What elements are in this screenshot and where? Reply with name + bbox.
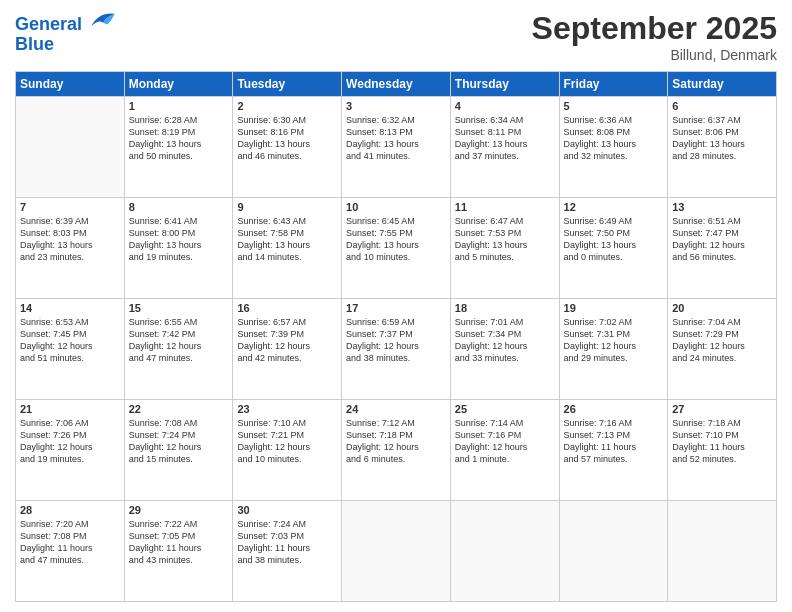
day-number: 14	[20, 302, 120, 314]
header: General Blue September 2025 Billund, Den…	[15, 10, 777, 63]
calendar-cell	[450, 501, 559, 602]
day-number: 22	[129, 403, 229, 415]
calendar-cell: 15Sunrise: 6:55 AM Sunset: 7:42 PM Dayli…	[124, 299, 233, 400]
day-number: 13	[672, 201, 772, 213]
day-number: 8	[129, 201, 229, 213]
calendar-week-row-5: 28Sunrise: 7:20 AM Sunset: 7:08 PM Dayli…	[16, 501, 777, 602]
page: General Blue September 2025 Billund, Den…	[0, 0, 792, 612]
day-number: 21	[20, 403, 120, 415]
calendar-cell: 30Sunrise: 7:24 AM Sunset: 7:03 PM Dayli…	[233, 501, 342, 602]
day-info: Sunrise: 6:47 AM Sunset: 7:53 PM Dayligh…	[455, 215, 555, 264]
calendar-cell	[342, 501, 451, 602]
calendar-cell: 25Sunrise: 7:14 AM Sunset: 7:16 PM Dayli…	[450, 400, 559, 501]
day-number: 1	[129, 100, 229, 112]
day-number: 28	[20, 504, 120, 516]
calendar-week-row-3: 14Sunrise: 6:53 AM Sunset: 7:45 PM Dayli…	[16, 299, 777, 400]
calendar-week-row-2: 7Sunrise: 6:39 AM Sunset: 8:03 PM Daylig…	[16, 198, 777, 299]
day-number: 19	[564, 302, 664, 314]
calendar-week-row-1: 1Sunrise: 6:28 AM Sunset: 8:19 PM Daylig…	[16, 97, 777, 198]
calendar-cell: 11Sunrise: 6:47 AM Sunset: 7:53 PM Dayli…	[450, 198, 559, 299]
day-info: Sunrise: 6:53 AM Sunset: 7:45 PM Dayligh…	[20, 316, 120, 365]
calendar-cell	[668, 501, 777, 602]
weekday-header-wednesday: Wednesday	[342, 72, 451, 97]
day-info: Sunrise: 6:43 AM Sunset: 7:58 PM Dayligh…	[237, 215, 337, 264]
calendar-week-row-4: 21Sunrise: 7:06 AM Sunset: 7:26 PM Dayli…	[16, 400, 777, 501]
logo: General Blue	[15, 10, 117, 55]
calendar-cell: 9Sunrise: 6:43 AM Sunset: 7:58 PM Daylig…	[233, 198, 342, 299]
day-info: Sunrise: 6:30 AM Sunset: 8:16 PM Dayligh…	[237, 114, 337, 163]
day-info: Sunrise: 6:37 AM Sunset: 8:06 PM Dayligh…	[672, 114, 772, 163]
day-info: Sunrise: 6:32 AM Sunset: 8:13 PM Dayligh…	[346, 114, 446, 163]
calendar-cell: 28Sunrise: 7:20 AM Sunset: 7:08 PM Dayli…	[16, 501, 125, 602]
day-number: 27	[672, 403, 772, 415]
subtitle: Billund, Denmark	[532, 47, 777, 63]
day-number: 25	[455, 403, 555, 415]
weekday-header-thursday: Thursday	[450, 72, 559, 97]
calendar-cell: 1Sunrise: 6:28 AM Sunset: 8:19 PM Daylig…	[124, 97, 233, 198]
calendar-cell: 6Sunrise: 6:37 AM Sunset: 8:06 PM Daylig…	[668, 97, 777, 198]
day-number: 16	[237, 302, 337, 314]
calendar-cell: 4Sunrise: 6:34 AM Sunset: 8:11 PM Daylig…	[450, 97, 559, 198]
day-number: 2	[237, 100, 337, 112]
day-number: 26	[564, 403, 664, 415]
day-info: Sunrise: 6:49 AM Sunset: 7:50 PM Dayligh…	[564, 215, 664, 264]
weekday-header-saturday: Saturday	[668, 72, 777, 97]
day-info: Sunrise: 6:55 AM Sunset: 7:42 PM Dayligh…	[129, 316, 229, 365]
day-info: Sunrise: 7:06 AM Sunset: 7:26 PM Dayligh…	[20, 417, 120, 466]
calendar-cell: 17Sunrise: 6:59 AM Sunset: 7:37 PM Dayli…	[342, 299, 451, 400]
day-number: 3	[346, 100, 446, 112]
logo-bird-icon	[89, 10, 117, 30]
day-info: Sunrise: 7:10 AM Sunset: 7:21 PM Dayligh…	[237, 417, 337, 466]
day-info: Sunrise: 7:01 AM Sunset: 7:34 PM Dayligh…	[455, 316, 555, 365]
day-info: Sunrise: 7:20 AM Sunset: 7:08 PM Dayligh…	[20, 518, 120, 567]
day-info: Sunrise: 7:12 AM Sunset: 7:18 PM Dayligh…	[346, 417, 446, 466]
day-info: Sunrise: 6:34 AM Sunset: 8:11 PM Dayligh…	[455, 114, 555, 163]
day-number: 23	[237, 403, 337, 415]
day-info: Sunrise: 6:39 AM Sunset: 8:03 PM Dayligh…	[20, 215, 120, 264]
calendar-cell: 8Sunrise: 6:41 AM Sunset: 8:00 PM Daylig…	[124, 198, 233, 299]
day-info: Sunrise: 6:41 AM Sunset: 8:00 PM Dayligh…	[129, 215, 229, 264]
day-number: 18	[455, 302, 555, 314]
day-number: 17	[346, 302, 446, 314]
day-info: Sunrise: 6:45 AM Sunset: 7:55 PM Dayligh…	[346, 215, 446, 264]
day-info: Sunrise: 6:28 AM Sunset: 8:19 PM Dayligh…	[129, 114, 229, 163]
day-number: 5	[564, 100, 664, 112]
calendar-cell: 18Sunrise: 7:01 AM Sunset: 7:34 PM Dayli…	[450, 299, 559, 400]
day-info: Sunrise: 6:36 AM Sunset: 8:08 PM Dayligh…	[564, 114, 664, 163]
weekday-header-tuesday: Tuesday	[233, 72, 342, 97]
calendar-cell: 20Sunrise: 7:04 AM Sunset: 7:29 PM Dayli…	[668, 299, 777, 400]
day-number: 7	[20, 201, 120, 213]
day-info: Sunrise: 7:08 AM Sunset: 7:24 PM Dayligh…	[129, 417, 229, 466]
calendar-cell	[559, 501, 668, 602]
calendar-cell: 10Sunrise: 6:45 AM Sunset: 7:55 PM Dayli…	[342, 198, 451, 299]
calendar-cell: 2Sunrise: 6:30 AM Sunset: 8:16 PM Daylig…	[233, 97, 342, 198]
day-number: 10	[346, 201, 446, 213]
day-info: Sunrise: 7:22 AM Sunset: 7:05 PM Dayligh…	[129, 518, 229, 567]
calendar-table: SundayMondayTuesdayWednesdayThursdayFrid…	[15, 71, 777, 602]
day-number: 4	[455, 100, 555, 112]
calendar-cell: 13Sunrise: 6:51 AM Sunset: 7:47 PM Dayli…	[668, 198, 777, 299]
calendar-cell: 24Sunrise: 7:12 AM Sunset: 7:18 PM Dayli…	[342, 400, 451, 501]
calendar-cell: 21Sunrise: 7:06 AM Sunset: 7:26 PM Dayli…	[16, 400, 125, 501]
calendar-cell: 26Sunrise: 7:16 AM Sunset: 7:13 PM Dayli…	[559, 400, 668, 501]
day-number: 24	[346, 403, 446, 415]
day-number: 12	[564, 201, 664, 213]
title-block: September 2025 Billund, Denmark	[532, 10, 777, 63]
weekday-header-sunday: Sunday	[16, 72, 125, 97]
day-info: Sunrise: 7:02 AM Sunset: 7:31 PM Dayligh…	[564, 316, 664, 365]
calendar-cell: 14Sunrise: 6:53 AM Sunset: 7:45 PM Dayli…	[16, 299, 125, 400]
day-info: Sunrise: 7:14 AM Sunset: 7:16 PM Dayligh…	[455, 417, 555, 466]
day-info: Sunrise: 6:59 AM Sunset: 7:37 PM Dayligh…	[346, 316, 446, 365]
weekday-header-row: SundayMondayTuesdayWednesdayThursdayFrid…	[16, 72, 777, 97]
calendar-cell: 3Sunrise: 6:32 AM Sunset: 8:13 PM Daylig…	[342, 97, 451, 198]
weekday-header-monday: Monday	[124, 72, 233, 97]
logo-blue-text: Blue	[15, 35, 117, 55]
day-number: 29	[129, 504, 229, 516]
day-number: 9	[237, 201, 337, 213]
day-number: 6	[672, 100, 772, 112]
day-info: Sunrise: 7:04 AM Sunset: 7:29 PM Dayligh…	[672, 316, 772, 365]
calendar-cell: 12Sunrise: 6:49 AM Sunset: 7:50 PM Dayli…	[559, 198, 668, 299]
calendar-cell: 19Sunrise: 7:02 AM Sunset: 7:31 PM Dayli…	[559, 299, 668, 400]
calendar-cell	[16, 97, 125, 198]
main-title: September 2025	[532, 10, 777, 47]
